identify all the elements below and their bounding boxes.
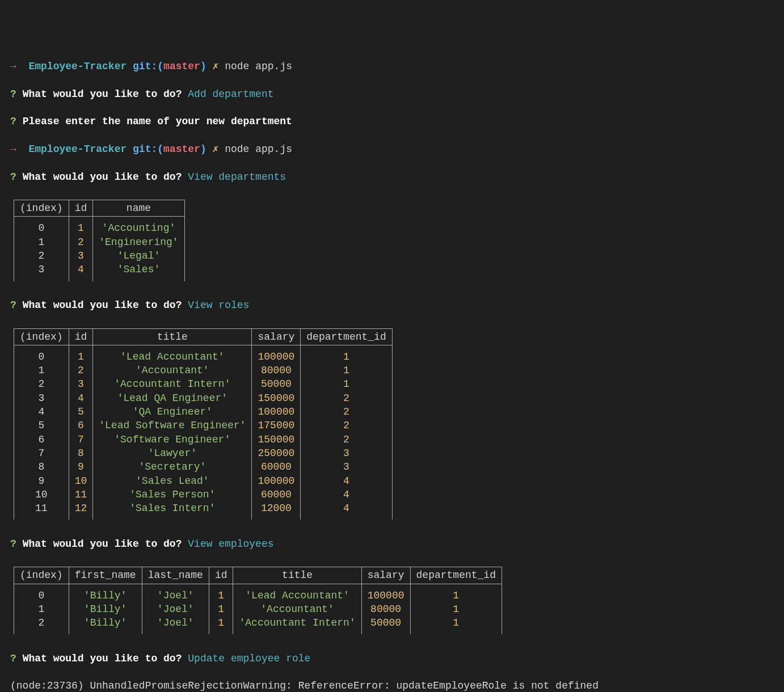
cell-index: 6 — [14, 433, 69, 446]
cell-index: 0 — [14, 345, 69, 364]
cell-index: 11 — [14, 501, 69, 520]
cell-salary: 150000 — [252, 433, 301, 446]
question-mark-icon: ? — [10, 171, 16, 183]
cell-salary: 12000 — [252, 501, 301, 520]
question-text: Please enter the name of your new depart… — [23, 116, 292, 127]
project-name: Employee-Tracker — [28, 144, 127, 155]
cell-index: 7 — [14, 446, 69, 460]
cell-name: 'Sales' — [93, 263, 184, 281]
cell-id: 10 — [69, 474, 93, 488]
cell-title: 'Lead Accountant' — [93, 345, 252, 364]
cell-last: 'Joel' — [142, 602, 209, 616]
question-mark-icon: ? — [10, 116, 16, 127]
answer-text: Update employee role — [188, 653, 310, 664]
question-line: ? What would you like to do? Update empl… — [10, 652, 774, 665]
dirty-icon: ✗ — [213, 144, 219, 155]
cell-index: 1 — [14, 235, 69, 249]
project-name: Employee-Tracker — [28, 61, 127, 72]
cell-id: 12 — [69, 501, 93, 520]
col-header-title: title — [233, 567, 361, 584]
table-row: 910'Sales Lead'1000004 — [14, 474, 393, 488]
cell-id: 11 — [69, 488, 93, 501]
table-row: 45'QA Engineer'1000002 — [14, 405, 393, 419]
col-header-id: id — [69, 200, 93, 217]
cell-id: 1 — [209, 584, 233, 602]
cell-salary: 100000 — [252, 474, 301, 488]
cell-title: 'Sales Intern' — [93, 501, 252, 520]
table-row: 67'Software Engineer'1500002 — [14, 433, 393, 446]
cell-last: 'Joel' — [142, 616, 209, 634]
question-line: ? What would you like to do? View depart… — [10, 170, 774, 184]
cell-dept: 4 — [301, 488, 392, 501]
cell-index: 9 — [14, 474, 69, 488]
cell-id: 6 — [69, 419, 93, 432]
cell-index: 2 — [14, 377, 69, 391]
table-row: 0'Billy''Joel'1'Lead Accountant'1000001 — [14, 584, 502, 602]
cell-id: 9 — [69, 460, 93, 474]
col-header-index: (index) — [14, 567, 69, 584]
cell-name: 'Engineering' — [93, 235, 184, 249]
cell-index: 5 — [14, 419, 69, 432]
cell-salary: 150000 — [252, 391, 301, 405]
answer-text: Add department — [188, 88, 273, 100]
cell-dept: 2 — [301, 433, 392, 446]
cell-dept: 1 — [410, 602, 501, 616]
answer-text: View employees — [188, 538, 273, 550]
question-mark-icon: ? — [10, 538, 16, 550]
col-header-title: title — [93, 328, 252, 345]
cell-title: 'Lead Software Engineer' — [93, 419, 252, 432]
cell-first: 'Billy' — [69, 602, 142, 616]
col-header-index: (index) — [14, 200, 69, 217]
table-row: 12'Engineering' — [14, 235, 185, 249]
roles-table: (index) id title salary department_id 01… — [14, 328, 393, 520]
cell-index: 3 — [14, 391, 69, 405]
question-line: ? What would you like to do? Add departm… — [10, 87, 774, 101]
table-row: 23'Accountant Intern'500001 — [14, 377, 393, 391]
question-line: ? What would you like to do? View roles — [10, 298, 774, 312]
cell-index: 0 — [14, 584, 69, 602]
cell-id: 7 — [69, 433, 93, 446]
cell-salary: 100000 — [361, 584, 410, 602]
col-header-index: (index) — [14, 328, 69, 345]
cell-salary: 100000 — [252, 345, 301, 364]
table-row: 1011'Sales Person'600004 — [14, 488, 393, 501]
cell-title: 'Lead Accountant' — [233, 584, 361, 602]
cell-title: 'Accountant Intern' — [93, 377, 252, 391]
cell-title: 'Lead QA Engineer' — [93, 391, 252, 405]
cell-name: 'Legal' — [93, 249, 184, 263]
error-line: (node:23736) UnhandledPromiseRejectionWa… — [10, 679, 774, 692]
cell-index: 2 — [14, 249, 69, 263]
prompt-line: → Employee-Tracker git:(master) ✗ node a… — [10, 60, 774, 73]
paren-close: ) — [200, 61, 206, 72]
cell-id: 4 — [69, 391, 93, 405]
cell-dept: 1 — [301, 345, 392, 364]
question-line: ? Please enter the name of your new depa… — [10, 115, 774, 128]
table-row: 12'Accountant'800001 — [14, 364, 393, 377]
col-header-deptid: department_id — [410, 567, 501, 584]
question-line: ? What would you like to do? View employ… — [10, 537, 774, 551]
col-header-name: name — [93, 200, 184, 217]
dirty-icon: ✗ — [213, 61, 219, 72]
cell-index: 1 — [14, 602, 69, 616]
cell-salary: 50000 — [361, 616, 410, 634]
cell-id: 1 — [69, 217, 93, 235]
cell-dept: 1 — [410, 584, 501, 602]
cell-title: 'Sales Person' — [93, 488, 252, 501]
col-header-last: last_name — [142, 567, 209, 584]
paren-open: ( — [157, 144, 163, 155]
cell-index: 1 — [14, 364, 69, 377]
question-text: What would you like to do? — [23, 653, 182, 664]
cell-salary: 250000 — [252, 446, 301, 460]
prompt-line: → Employee-Tracker git:(master) ✗ node a… — [10, 142, 774, 156]
cell-id: 4 — [69, 263, 93, 281]
cell-dept: 4 — [301, 501, 392, 520]
col-header-salary: salary — [361, 567, 410, 584]
cell-salary: 80000 — [361, 602, 410, 616]
cell-dept: 2 — [301, 405, 392, 419]
git-label: git: — [133, 61, 157, 72]
cell-title: 'Secretary' — [93, 460, 252, 474]
cell-dept: 2 — [301, 391, 392, 405]
command-text: node app.js — [225, 144, 292, 155]
cell-dept: 2 — [301, 419, 392, 432]
cell-first: 'Billy' — [69, 616, 142, 634]
